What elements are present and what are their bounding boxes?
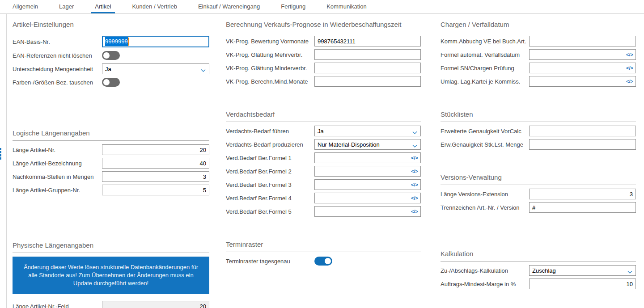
chevron-down-icon	[201, 67, 206, 74]
terminraster-tagesgenau-toggle[interactable]	[314, 257, 332, 266]
farben-groessen-toggle[interactable]	[102, 78, 120, 87]
umlag-lag-kartei-input[interactable]	[529, 76, 636, 87]
zu-abschlags-kalkulation-value: Zuschlag	[532, 267, 556, 274]
field-row: Auftrags-Mindest-Marge in %	[441, 278, 636, 289]
field-row: VK-Prog. Glättung Mehrverbr.	[226, 49, 421, 60]
verd-bedarf-formel-4-input[interactable]	[314, 193, 421, 203]
formel-verfallsdatum-input[interactable]	[529, 49, 636, 60]
erw-genauigkeit-stklst-label: Erw.Genauigkeit Stk.Lst. Menge	[441, 141, 529, 148]
settings-content: Artikel-Einstellungen EAN-Basis-Nr. 9999…	[13, 13, 636, 308]
verdachts-bedarf-fuehren-select[interactable]: Ja	[314, 126, 421, 136]
field-row: Formel automat. Verfallsdatum </>	[441, 49, 636, 60]
erw-genauigkeit-stklst-input[interactable]	[529, 139, 636, 150]
field-row: Verd.Bedarf Ber.Formel 3 </>	[226, 179, 421, 190]
laenge-artikel-nr-feld-label: Länge Artikel-Nr.-Feld	[13, 303, 102, 308]
field-row: VK-Prog. Glättung Minderverbr.	[226, 63, 421, 73]
verd-bedarf-formel-3-input[interactable]	[314, 179, 421, 190]
verd-bedarf-formel-2-input[interactable]	[314, 166, 421, 177]
laenge-versions-extension-input[interactable]	[529, 189, 636, 199]
umlag-lag-kartei-label: Umlag. Lag.Kartei je Kommiss.	[441, 78, 529, 85]
field-row: Verd.Bedarf Ber.Formel 5 </>	[226, 206, 421, 217]
tab-allgemein[interactable]: Allgemein	[10, 0, 40, 13]
vk-prog-minderverbr-input[interactable]	[314, 63, 421, 73]
field-row: Länge Artikel-Nr.	[13, 144, 209, 155]
tab-kunden-vertrieb[interactable]: Kunden / Vertrieb	[130, 0, 179, 13]
ean-basis-selected-text: 9999999	[105, 37, 128, 46]
section-title-terminraster: Terminraster	[226, 240, 421, 252]
ean-basis-input[interactable]: 9999999	[102, 36, 209, 47]
erweiterte-genauigkeit-vorcalc-input[interactable]	[529, 126, 636, 136]
formula-code-icon[interactable]: </>	[626, 63, 633, 73]
trennzeichen-version-input[interactable]	[529, 202, 636, 213]
laenge-artikel-nr-feld-input	[102, 301, 209, 308]
komm-abbuchg-input[interactable]	[529, 36, 636, 46]
verd-bedarf-formel-5-input[interactable]	[314, 206, 421, 217]
verdachts-bedarf-produzieren-select[interactable]: Nur Material-Disposition	[314, 139, 421, 150]
tab-fertigung[interactable]: Fertigung	[279, 0, 308, 13]
field-row: Länge Versions-Extension	[441, 189, 636, 199]
section-title-physische-laengen: Physische Längenangaben	[13, 241, 209, 253]
formula-code-icon[interactable]: </>	[411, 166, 418, 177]
field-row: Trennzeichen Art.-Nr. / Version	[441, 202, 636, 213]
formel-sn-chargen-input[interactable]	[529, 63, 636, 73]
field-row: EAN-Referenzen nicht löschen	[13, 50, 209, 61]
verdachts-bedarf-produzieren-value: Nur Material-Disposition	[318, 141, 380, 148]
section-title-verdachtsbedarf: Verdachtsbedarf	[226, 110, 421, 122]
laenge-gruppen-nr-label: Länge Artikel-Gruppen-Nr.	[13, 187, 102, 194]
tab-lager[interactable]: Lager	[57, 0, 76, 13]
zu-abschlags-kalkulation-select[interactable]: Zuschlag	[529, 265, 636, 276]
formula-code-icon[interactable]: </>	[626, 49, 633, 60]
formula-code-icon[interactable]: </>	[411, 179, 418, 190]
ean-referenzen-label: EAN-Referenzen nicht löschen	[13, 52, 102, 59]
nachkomma-stellen-label: Nachkomma-Stellen in Mengen	[13, 173, 102, 180]
chevron-down-icon	[412, 129, 417, 136]
komm-abbuchg-label: Komm.Abbuchg VE bei Buch.Art.	[441, 38, 529, 45]
mengeneinheit-selected-value: Ja	[105, 66, 111, 72]
field-row: Unterscheidung Mengeneinheit Ja	[13, 63, 209, 74]
field-row: Länge Artikel-Nr.-Feld	[13, 301, 209, 308]
field-row: Terminraster tagesgenau	[226, 256, 421, 266]
formula-code-icon[interactable]: </>	[411, 193, 418, 203]
laenge-versions-extension-label: Länge Versions-Extension	[441, 191, 529, 198]
scroll-indicator[interactable]	[0, 148, 1, 160]
vk-prog-vormonate-input[interactable]	[314, 36, 421, 46]
tab-kommunikation[interactable]: Kommunikation	[324, 0, 369, 13]
mengeneinheit-select[interactable]: Ja	[102, 63, 209, 74]
tab-artikel[interactable]: Artikel	[93, 0, 113, 13]
mengeneinheit-label: Unterscheidung Mengeneinheit	[13, 66, 102, 72]
verd-bedarf-formel-2-label: Verd.Bedarf Ber.Formel 2	[226, 168, 314, 175]
formula-code-icon[interactable]: </>	[626, 76, 633, 87]
ean-referenzen-toggle[interactable]	[102, 51, 120, 60]
laenge-gruppen-nr-input[interactable]	[102, 185, 209, 195]
column-2: Berechnung Verkaufs-Prognose in Wiederbe…	[226, 13, 421, 308]
formula-code-icon[interactable]: </>	[411, 152, 418, 163]
auftrags-mindest-marge-input[interactable]	[529, 278, 636, 289]
field-row: Verd.Bedarf Ber.Formel 1 </>	[226, 152, 421, 163]
verd-bedarf-formel-1-input[interactable]	[314, 152, 421, 163]
laenge-artikel-bez-input[interactable]	[102, 158, 209, 169]
panel-left-border	[6, 13, 7, 308]
tab-einkauf-wareneingang[interactable]: Einkauf / Wareneingang	[196, 0, 262, 13]
nachkomma-stellen-input[interactable]	[102, 171, 209, 182]
verdachts-bedarf-fuehren-value: Ja	[318, 128, 324, 135]
vk-prog-mind-monate-input[interactable]	[314, 76, 421, 87]
laenge-artikel-nr-input[interactable]	[102, 144, 209, 155]
zu-abschlags-kalkulation-label: Zu-/Abschlags-Kalkulation	[441, 267, 529, 274]
farben-groessen-label: Farben-/Größen-Bez. tauschen	[13, 79, 102, 86]
section-title-chargen-verfalldatum: Chargen / Verfalldatum	[441, 20, 636, 32]
field-row: Verdachts-Bedarf führen Ja	[226, 126, 421, 136]
vk-prog-mehrverbr-label: VK-Prog. Glättung Mehrverbr.	[226, 51, 314, 58]
vk-prog-mehrverbr-input[interactable]	[314, 49, 421, 60]
laenge-artikel-bez-label: Länge Artikel-Bezeichnung	[13, 160, 102, 167]
section-title-versions-verwaltung: Versions-Verwaltung	[441, 173, 636, 185]
field-row: Komm.Abbuchg VE bei Buch.Art.	[441, 36, 636, 46]
vk-prog-minderverbr-label: VK-Prog. Glättung Minderverbr.	[226, 65, 314, 72]
field-row: Farben-/Größen-Bez. tauschen	[13, 77, 209, 88]
verd-bedarf-formel-3-label: Verd.Bedarf Ber.Formel 3	[226, 181, 314, 188]
erweiterte-genauigkeit-vorcalc-label: Erweiterte Genauigkeit VorCalc	[441, 128, 529, 135]
field-row: Länge Artikel-Gruppen-Nr.	[13, 185, 209, 195]
section-title-logische-laengen: Logische Längenangaben	[13, 129, 209, 141]
text-caret	[128, 38, 129, 46]
formula-code-icon[interactable]: </>	[411, 206, 418, 217]
column-3: Chargen / Verfalldatum Komm.Abbuchg VE b…	[441, 13, 636, 308]
